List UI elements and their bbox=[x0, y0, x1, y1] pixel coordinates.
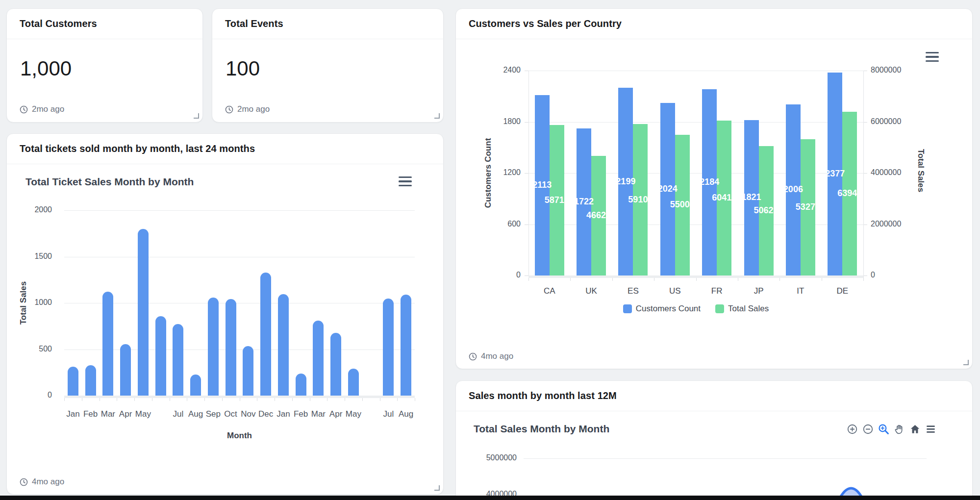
bar-value-label: 2377 bbox=[815, 169, 854, 179]
card-footer: 2mo ago bbox=[225, 104, 270, 114]
axis-tick bbox=[822, 278, 822, 281]
x-tick-label: ES bbox=[618, 286, 648, 296]
axis-tick bbox=[275, 398, 275, 401]
card-customers-vs-sales: Customers vs Sales per Country 006002000… bbox=[455, 8, 973, 369]
legend: Customers CountTotal Sales bbox=[528, 304, 863, 314]
y2-axis-title: Total Sales bbox=[916, 149, 926, 193]
clock-icon bbox=[225, 105, 233, 114]
bar bbox=[243, 346, 253, 396]
x-tick-label: May bbox=[342, 409, 365, 419]
gridline bbox=[528, 122, 863, 123]
y-tick-label: 1500 bbox=[16, 252, 52, 261]
card-total-events: Total Events 100 2mo ago bbox=[212, 8, 444, 123]
gridline bbox=[64, 210, 415, 211]
bar-value-label: 63947 bbox=[830, 188, 869, 199]
bar bbox=[226, 299, 236, 396]
axis-tick bbox=[863, 275, 867, 276]
bar bbox=[208, 298, 219, 396]
card-header: Total Events bbox=[212, 9, 443, 39]
x-tick-label: DE bbox=[828, 286, 857, 296]
axis-tick bbox=[117, 398, 117, 401]
updated-label: 4mo ago bbox=[32, 477, 64, 487]
axis-tick bbox=[525, 71, 528, 71]
gridline bbox=[64, 350, 415, 350]
axis-tick bbox=[222, 398, 223, 401]
bar-value-label: 59100 bbox=[621, 195, 660, 205]
bar bbox=[383, 299, 394, 396]
bar-value-label: 2184 bbox=[690, 177, 729, 187]
y2-tick-label: 8000000 bbox=[871, 66, 925, 75]
card-footer: 2mo ago bbox=[20, 104, 64, 114]
x-axis-title: Month bbox=[227, 431, 252, 441]
card-header: Total Customers bbox=[7, 9, 202, 39]
clock-icon bbox=[469, 352, 477, 361]
window-bottom-edge bbox=[0, 496, 980, 500]
clock-icon bbox=[20, 478, 28, 486]
y2-axis-line bbox=[863, 71, 864, 278]
axis-tick bbox=[204, 398, 205, 401]
axis-tick bbox=[292, 398, 293, 401]
country-bar-chart: 0060020000001200400000018006000000240080… bbox=[456, 9, 972, 369]
resize-handle-icon[interactable] bbox=[434, 485, 440, 491]
bar-value-label: 2113 bbox=[523, 180, 562, 190]
axis-tick bbox=[863, 278, 864, 281]
axis-tick bbox=[863, 71, 867, 71]
card-total-customers: Total Customers 1,000 2mo ago bbox=[6, 8, 203, 123]
y-tick-label: 5000000 bbox=[468, 453, 517, 462]
axis-tick bbox=[525, 275, 528, 276]
bar-value-label: 55004 bbox=[663, 200, 702, 210]
updated-label: 4mo ago bbox=[481, 351, 513, 361]
axis-tick bbox=[738, 278, 738, 281]
legend-swatch bbox=[623, 304, 632, 313]
y-axis-line bbox=[528, 71, 529, 278]
bar bbox=[296, 374, 306, 396]
axis-tick bbox=[863, 225, 867, 225]
bar-value-label: 2024 bbox=[648, 184, 687, 194]
bar bbox=[278, 294, 289, 396]
axis-tick bbox=[525, 173, 528, 174]
legend-item[interactable]: Total Sales bbox=[715, 304, 769, 314]
legend-swatch bbox=[715, 304, 724, 313]
axis-tick bbox=[345, 398, 345, 401]
x-tick-label: CA bbox=[535, 286, 564, 296]
legend-item[interactable]: Customers Count bbox=[623, 304, 701, 314]
axis-tick bbox=[779, 278, 780, 281]
axis-tick bbox=[187, 398, 187, 401]
axis-tick bbox=[654, 278, 654, 281]
card-title: Total Events bbox=[225, 18, 283, 29]
resize-handle-icon[interactable] bbox=[194, 113, 199, 119]
y-tick-label: 500 bbox=[16, 345, 52, 353]
axis-tick bbox=[170, 398, 170, 401]
sales-area-chart: 50000004000000 bbox=[456, 381, 972, 500]
bar bbox=[260, 273, 271, 396]
axis-tick bbox=[863, 173, 867, 174]
bar bbox=[190, 375, 201, 396]
x-tick-label: IT bbox=[786, 286, 815, 296]
y-tick-label: 0 bbox=[16, 391, 52, 400]
gridline bbox=[64, 257, 415, 257]
updated-label: 2mo ago bbox=[237, 104, 270, 114]
kpi-value: 100 bbox=[226, 57, 443, 80]
axis-tick bbox=[415, 398, 415, 401]
bar bbox=[138, 229, 149, 396]
card-title: Total Customers bbox=[20, 18, 97, 29]
bar bbox=[313, 321, 324, 396]
bar-value-label: 1722 bbox=[564, 197, 603, 207]
legend-label: Customers Count bbox=[636, 304, 701, 314]
axis-tick bbox=[525, 225, 528, 225]
axis-tick bbox=[327, 398, 327, 401]
bar-value-label: 53275 bbox=[788, 202, 828, 212]
bar bbox=[155, 316, 166, 396]
bar bbox=[85, 365, 96, 396]
y-tick-label: 2400 bbox=[479, 66, 521, 75]
resize-handle-icon[interactable] bbox=[963, 360, 969, 365]
updated-label: 2mo ago bbox=[32, 104, 64, 114]
resize-handle-icon[interactable] bbox=[434, 113, 440, 119]
x-tick-label: US bbox=[660, 286, 690, 296]
axis-tick bbox=[134, 398, 135, 401]
bar bbox=[120, 344, 131, 396]
x-tick-label: May bbox=[131, 409, 155, 419]
bar-value-label: 1821 bbox=[732, 192, 771, 202]
gridline bbox=[64, 303, 415, 303]
y-axis-title: Customers Count bbox=[483, 138, 493, 208]
